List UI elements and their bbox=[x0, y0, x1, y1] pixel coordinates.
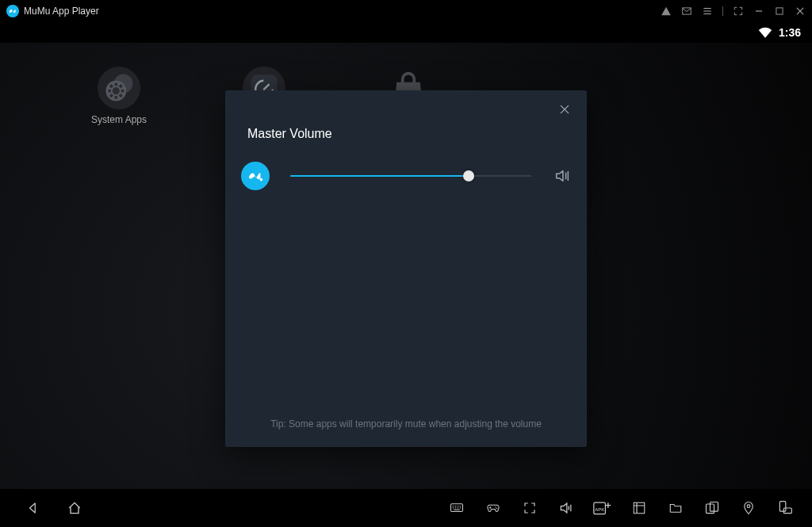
window-titlebar: MuMu App Player bbox=[0, 0, 812, 22]
folder-icon[interactable] bbox=[668, 500, 684, 516]
app-logo-icon bbox=[6, 5, 19, 17]
svg-point-16 bbox=[260, 178, 263, 181]
fullscreen-icon[interactable] bbox=[733, 6, 744, 17]
volume-dialog: Master Volume Tip: Some apps will tempor… bbox=[225, 90, 587, 447]
svg-point-19 bbox=[496, 508, 497, 509]
svg-line-12 bbox=[120, 85, 122, 87]
mail-icon[interactable] bbox=[681, 6, 692, 17]
fullscreen2-icon[interactable] bbox=[522, 500, 538, 516]
gamepad-icon[interactable] bbox=[485, 500, 501, 516]
window-title: MuMu App Player bbox=[24, 6, 99, 17]
apk-install-icon[interactable]: APK bbox=[595, 500, 611, 516]
wifi-icon bbox=[758, 27, 772, 38]
menu-icon[interactable] bbox=[702, 6, 713, 17]
dialog-title: Master Volume bbox=[247, 127, 332, 141]
svg-line-9 bbox=[110, 85, 113, 87]
svg-point-18 bbox=[495, 506, 496, 507]
maximize-icon[interactable] bbox=[774, 6, 785, 17]
speaker-icon[interactable] bbox=[553, 167, 571, 185]
app-shortcut-system-apps[interactable]: System Apps bbox=[75, 67, 163, 125]
minimize-icon[interactable] bbox=[753, 6, 764, 17]
svg-line-10 bbox=[120, 94, 122, 97]
close-icon[interactable] bbox=[558, 103, 573, 117]
svg-rect-27 bbox=[783, 508, 791, 514]
slider-thumb[interactable] bbox=[463, 170, 474, 181]
home-icon[interactable] bbox=[67, 500, 82, 516]
slider-fill bbox=[290, 175, 469, 177]
notice-icon[interactable] bbox=[661, 6, 672, 17]
volume-icon[interactable] bbox=[558, 500, 574, 516]
bottom-toolbar: APK bbox=[0, 489, 812, 527]
app-badge-icon bbox=[241, 162, 270, 190]
android-statusbar: 1:36 bbox=[0, 22, 812, 43]
svg-rect-1 bbox=[776, 8, 783, 14]
location-icon[interactable] bbox=[741, 500, 756, 516]
clock: 1:36 bbox=[779, 26, 801, 39]
multiwindow-icon[interactable] bbox=[704, 500, 720, 516]
dialog-tip: Tip: Some apps will temporarily mute whe… bbox=[225, 418, 587, 430]
svg-text:APK: APK bbox=[595, 507, 604, 512]
svg-line-11 bbox=[110, 94, 113, 97]
svg-point-4 bbox=[113, 87, 120, 94]
close-window-icon[interactable] bbox=[795, 6, 806, 17]
rotate-icon[interactable] bbox=[777, 500, 793, 516]
keyboard-icon[interactable] bbox=[449, 500, 465, 516]
svg-point-25 bbox=[747, 505, 750, 508]
svg-rect-26 bbox=[779, 502, 786, 512]
screenshot-icon[interactable] bbox=[631, 500, 647, 516]
app-shortcut-label: System Apps bbox=[91, 114, 147, 125]
titlebar-separator bbox=[722, 6, 723, 16]
svg-rect-22 bbox=[634, 502, 645, 514]
volume-slider[interactable] bbox=[290, 168, 531, 184]
desktop[interactable]: System Apps Master Volume bbox=[0, 43, 812, 489]
back-icon[interactable] bbox=[25, 500, 41, 516]
gear-stack-icon bbox=[98, 67, 140, 109]
svg-rect-0 bbox=[683, 8, 691, 14]
